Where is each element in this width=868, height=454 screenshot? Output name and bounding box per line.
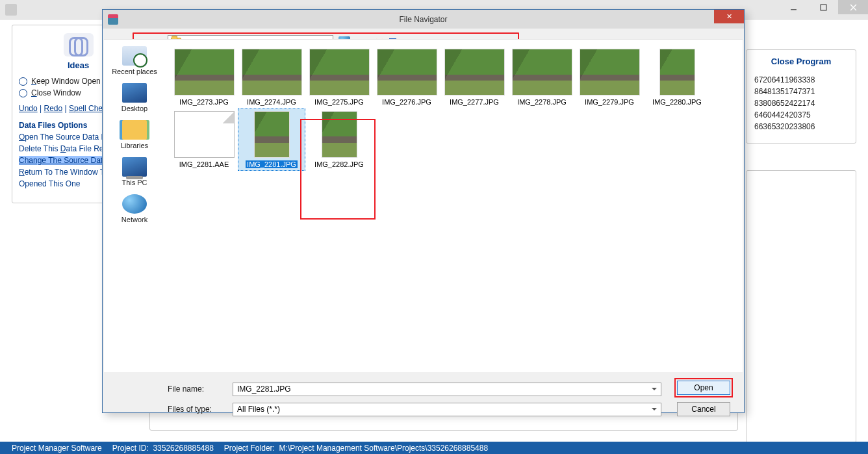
place-recent[interactable]: Recent places — [112, 46, 157, 75]
link-icon — [64, 33, 94, 57]
dialog-title: File Navigator — [103, 15, 744, 24]
dialog-titlebar[interactable]: File Navigator — [103, 10, 744, 29]
close-program-link[interactable]: Close Program — [754, 57, 848, 66]
image-thumbnail — [174, 49, 235, 95]
file-thumb[interactable]: IMG_2281.JPG — [238, 108, 305, 171]
status-pid: Project ID: 33526268885488 — [112, 444, 214, 453]
list-item: 66365320233806 — [754, 122, 848, 131]
file-thumb[interactable]: IMG_2281.AAE — [170, 108, 238, 171]
place-libraries[interactable]: Libraries — [121, 120, 148, 149]
number-list: 6720641196333886481351747371838086524221… — [754, 75, 848, 131]
status-bar: Project Manager Software Project ID: 335… — [0, 442, 868, 454]
image-thumbnail — [444, 49, 505, 95]
image-thumbnail — [580, 49, 640, 95]
place-desktop[interactable]: Desktop — [121, 83, 147, 112]
file-name-label: File name: — [168, 385, 233, 394]
file-name-input[interactable]: IMG_2281.JPG — [233, 383, 661, 396]
dialog-close-button[interactable] — [714, 10, 744, 23]
file-thumb[interactable]: IMG_2282.JPG — [305, 108, 373, 171]
status-folder: Project Folder: M:\Project Management So… — [224, 444, 488, 453]
right-sidebar-lower — [746, 170, 856, 443]
file-thumb[interactable]: IMG_2275.JPG — [305, 46, 373, 108]
file-name-label: IMG_2277.JPG — [450, 98, 499, 106]
right-sidebar: Close Program 67206411963338864813517473… — [746, 49, 856, 144]
image-thumbnail — [309, 49, 370, 95]
list-item: 6460442420375 — [754, 110, 848, 120]
file-thumb[interactable]: IMG_2276.JPG — [373, 46, 440, 108]
image-thumbnail — [659, 49, 695, 95]
cancel-button[interactable]: Cancel — [677, 402, 730, 416]
undo-link[interactable]: Undo — [19, 104, 38, 113]
file-thumb[interactable]: IMG_2279.JPG — [576, 46, 643, 108]
list-item: 67206411963338 — [754, 75, 848, 84]
image-thumbnail — [242, 49, 302, 95]
file-name-label: IMG_2273.JPG — [179, 98, 229, 106]
image-thumbnail — [377, 49, 437, 95]
list-item: 83808652422174 — [754, 99, 848, 108]
svg-rect-1 — [821, 5, 826, 10]
minimize-button[interactable] — [778, 0, 808, 14]
list-item: 86481351747371 — [754, 87, 848, 96]
maximize-button[interactable] — [808, 0, 838, 14]
file-name-label: IMG_2279.JPG — [585, 98, 634, 106]
status-app: Project Manager Software — [12, 444, 102, 453]
file-name-label: IMG_2280.JPG — [652, 98, 702, 106]
file-name-label: IMG_2276.JPG — [382, 98, 431, 106]
app-icon — [5, 4, 17, 16]
file-navigator-dialog: File Navigator Look in: George And Graci… — [102, 9, 745, 413]
files-of-type-label: Files of type: — [168, 405, 233, 414]
open-button[interactable]: Open — [677, 381, 730, 395]
close-button[interactable] — [838, 0, 868, 14]
file-thumb[interactable]: IMG_2278.JPG — [508, 46, 576, 108]
redo-link[interactable]: Redo — [44, 104, 62, 113]
file-name-label: IMG_2274.JPG — [247, 98, 296, 106]
image-thumbnail — [322, 111, 357, 158]
image-thumbnail — [254, 111, 290, 158]
file-thumb[interactable]: IMG_2273.JPG — [170, 46, 238, 108]
file-name-label: IMG_2282.JPG — [314, 160, 364, 168]
file-thumb[interactable]: IMG_2277.JPG — [440, 46, 508, 108]
image-thumbnail — [512, 49, 572, 95]
document-icon — [174, 111, 235, 158]
file-name-label: IMG_2281.JPG — [246, 160, 298, 168]
place-this-pc[interactable]: This PC — [121, 157, 147, 186]
place-network[interactable]: Network — [121, 194, 147, 223]
file-grid: IMG_2273.JPGIMG_2274.JPGIMG_2275.JPGIMG_… — [170, 46, 737, 171]
spell-check-link[interactable]: Spell Che — [69, 104, 103, 113]
files-of-type-combo[interactable]: All Files (*.*) — [233, 403, 661, 416]
file-name-label: IMG_2278.JPG — [517, 98, 567, 106]
open-highlight: Open — [674, 378, 733, 397]
file-name-label: IMG_2281.AAE — [179, 160, 229, 168]
file-name-label: IMG_2275.JPG — [314, 98, 364, 106]
file-thumb[interactable]: IMG_2280.JPG — [643, 46, 711, 108]
places-bar: Recent places Desktop Libraries This PC … — [104, 40, 165, 372]
file-thumb[interactable]: IMG_2274.JPG — [238, 46, 305, 108]
